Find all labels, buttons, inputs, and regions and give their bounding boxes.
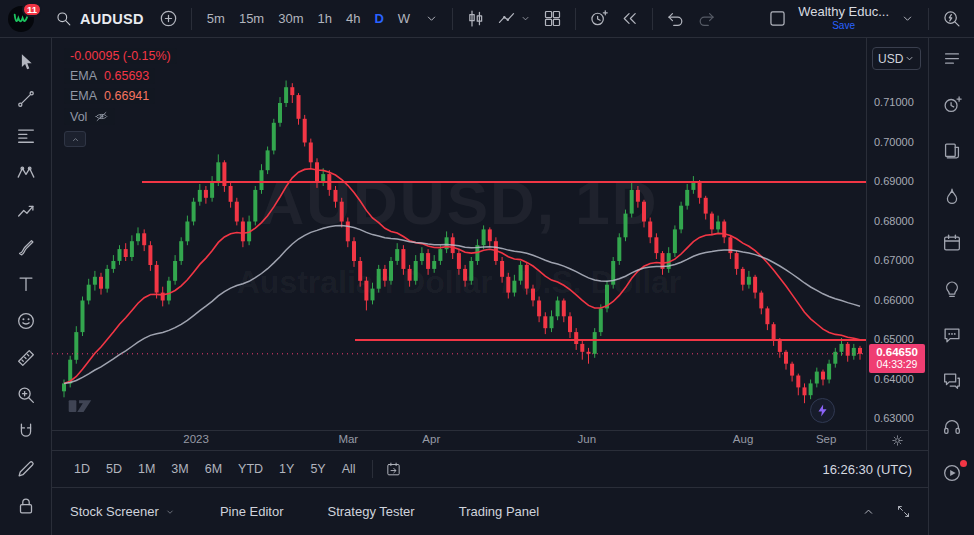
ideas-button[interactable] (933, 276, 971, 302)
interval-group: 5m15m30m1h4hDW (200, 7, 417, 30)
eye-off-icon[interactable] (94, 109, 109, 124)
center-column: AUDUSD, 1D Australian Dollar / U.S. Doll… (52, 38, 928, 535)
range-all[interactable]: All (334, 459, 364, 479)
time-row: 2023MarAprJunAugSep (52, 430, 928, 450)
pattern-tool-button[interactable] (7, 157, 45, 188)
edit-icon (15, 458, 37, 480)
axis-settings[interactable] (866, 431, 928, 450)
forecast-tool-button[interactable] (7, 194, 45, 225)
range-6m[interactable]: 6M (197, 459, 230, 479)
logo-menu-button[interactable]: 11 (6, 3, 42, 35)
range-5y[interactable]: 5Y (302, 459, 333, 479)
layout-dropdown-button[interactable] (895, 6, 920, 31)
time-label: Jun (578, 433, 597, 445)
messages-button[interactable] (933, 368, 971, 394)
divider (452, 8, 453, 30)
currency-dropdown[interactable]: USD (872, 47, 921, 70)
save-layout-button[interactable] (763, 4, 792, 33)
symbol-search-button[interactable]: AUDUSD (46, 5, 152, 32)
chevron-up-icon (860, 503, 877, 520)
range-ytd[interactable]: YTD (230, 459, 271, 479)
panel-maximize-button[interactable] (891, 499, 916, 524)
tab-stock-screener[interactable]: Stock Screener (70, 504, 176, 519)
side-toolbar (928, 38, 974, 535)
layout-name[interactable]: Wealthy Educ... Save (794, 5, 893, 31)
go-to-date-button[interactable] (381, 457, 406, 482)
interval-4h[interactable]: 4h (339, 7, 367, 30)
chat-button[interactable] (933, 322, 971, 348)
tab-label: Stock Screener (70, 504, 159, 519)
lightning-button[interactable] (810, 398, 835, 423)
hotlists-button[interactable] (933, 184, 971, 210)
compare-add-button[interactable] (154, 4, 183, 33)
draw-tool-button[interactable] (7, 453, 45, 484)
interval-dropdown-button[interactable] (419, 6, 444, 31)
chevron-down-icon (519, 12, 532, 25)
panel-collapse-button[interactable] (856, 499, 881, 524)
chart-legend: -0.00095 (-0.15%) EMA 0.65693 EMA 0.6694… (64, 48, 177, 147)
price-tick: 0.63000 (874, 412, 914, 424)
interval-1h[interactable]: 1h (311, 7, 339, 30)
notification-badge: 11 (22, 2, 42, 17)
bar-replay-button[interactable] (615, 4, 644, 33)
search-icon (54, 9, 73, 28)
time-label: 2023 (183, 433, 209, 445)
emoji-tool-button[interactable] (7, 305, 45, 336)
interval-d[interactable]: D (367, 7, 390, 30)
zoom-tool-button[interactable] (7, 379, 45, 410)
clock[interactable]: 16:26:30 (UTC) (822, 462, 912, 477)
price-tick: 0.66000 (874, 294, 914, 306)
create-alert-button[interactable] (584, 4, 613, 33)
brush-tool-button[interactable] (7, 231, 45, 262)
range-5d[interactable]: 5D (98, 459, 130, 479)
redo-button[interactable] (692, 4, 721, 33)
tab-strategy-tester[interactable]: Strategy Tester (327, 504, 414, 519)
interval-5m[interactable]: 5m (200, 7, 232, 30)
interval-15m[interactable]: 15m (232, 7, 271, 30)
time-axis[interactable]: 2023MarAprJunAugSep (52, 431, 866, 450)
time-label: Aug (733, 433, 753, 445)
tab-label: Pine Editor (220, 504, 284, 519)
notifications-button[interactable] (933, 460, 971, 486)
price-tick: 0.71000 (874, 96, 914, 108)
chevron-down-icon (899, 10, 916, 27)
cursor-tool-button[interactable] (7, 46, 45, 77)
news-button[interactable] (933, 138, 971, 164)
indicator-label: EMA (70, 89, 97, 103)
layout-grid-button[interactable] (538, 4, 567, 33)
indicator-volume[interactable]: Vol (64, 108, 115, 125)
alerts-button[interactable] (933, 92, 971, 118)
chart-style-button[interactable] (461, 4, 490, 33)
fib-retracement-tool-button[interactable] (7, 120, 45, 151)
range-3m[interactable]: 3M (163, 459, 196, 479)
indicator-ema-fast[interactable]: EMA 0.65693 (64, 68, 155, 84)
indicators-button[interactable] (492, 4, 536, 33)
news-icon (941, 140, 963, 162)
quick-search-button[interactable] (937, 4, 966, 33)
interval-30m[interactable]: 30m (271, 7, 310, 30)
price-axis[interactable]: USD 0.64650 04:33:29 0.710000.700000.690… (866, 38, 928, 430)
tab-trading-panel[interactable]: Trading Panel (459, 504, 539, 519)
text-tool-button[interactable] (7, 268, 45, 299)
watchlist-button[interactable] (933, 46, 971, 72)
calendar-icon (941, 232, 963, 254)
trend-line-tool-button[interactable] (7, 83, 45, 114)
chart-canvas[interactable]: AUDUSD, 1D Australian Dollar / U.S. Doll… (52, 38, 866, 430)
indicator-ema-slow[interactable]: EMA 0.66941 (64, 88, 155, 104)
save-status[interactable]: Save (832, 20, 855, 32)
plus-icon (158, 8, 179, 29)
indicator-value: 0.65693 (104, 69, 149, 83)
undo-button[interactable] (661, 4, 690, 33)
streams-button[interactable] (933, 414, 971, 440)
legend-collapse-button[interactable] (64, 131, 86, 147)
range-1d[interactable]: 1D (66, 459, 98, 479)
chart-row: AUDUSD, 1D Australian Dollar / U.S. Doll… (52, 38, 928, 430)
interval-w[interactable]: W (391, 7, 417, 30)
magnet-tool-button[interactable] (7, 416, 45, 447)
measure-tool-button[interactable] (7, 342, 45, 373)
range-1m[interactable]: 1M (130, 459, 163, 479)
lock-tool-button[interactable] (7, 490, 45, 521)
tab-pine-editor[interactable]: Pine Editor (220, 504, 284, 519)
calendar-button[interactable] (933, 230, 971, 256)
range-1y[interactable]: 1Y (271, 459, 302, 479)
